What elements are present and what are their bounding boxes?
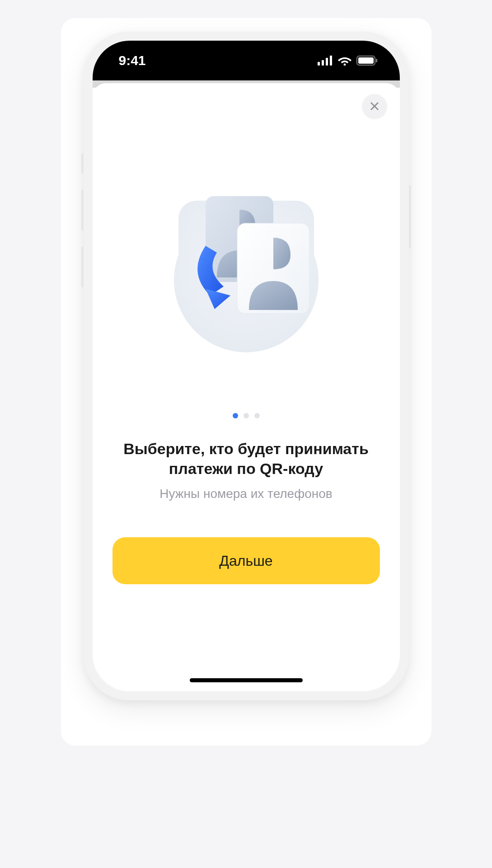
battery-icon <box>356 56 378 66</box>
svg-point-4 <box>343 64 346 66</box>
onboarding-title: Выберите, кто будет принимать платежи по… <box>112 439 380 479</box>
home-indicator[interactable] <box>190 678 303 682</box>
svg-rect-7 <box>376 59 377 62</box>
onboarding-modal: Выберите, кто будет принимать платежи по… <box>93 83 400 691</box>
cellular-icon <box>318 56 333 66</box>
onboarding-subtitle: Нужны номера их телефонов <box>159 487 332 501</box>
next-button[interactable]: Дальше <box>112 537 380 584</box>
pager-dot-3 <box>254 413 260 418</box>
svg-rect-3 <box>330 56 332 66</box>
phone-mockup: 9:41 <box>84 32 409 700</box>
people-transfer-illustration <box>151 164 341 354</box>
close-icon <box>370 101 380 113</box>
wifi-icon <box>337 56 352 66</box>
pager-dot-2 <box>244 413 249 418</box>
status-time: 9:41 <box>119 53 146 68</box>
svg-rect-0 <box>318 62 320 66</box>
svg-rect-2 <box>326 58 328 66</box>
close-button[interactable] <box>362 94 387 119</box>
svg-rect-6 <box>358 57 374 64</box>
pager-dot-1 <box>233 413 238 418</box>
phone-notch <box>174 41 319 69</box>
svg-rect-1 <box>322 60 324 66</box>
page-indicator <box>233 413 260 418</box>
